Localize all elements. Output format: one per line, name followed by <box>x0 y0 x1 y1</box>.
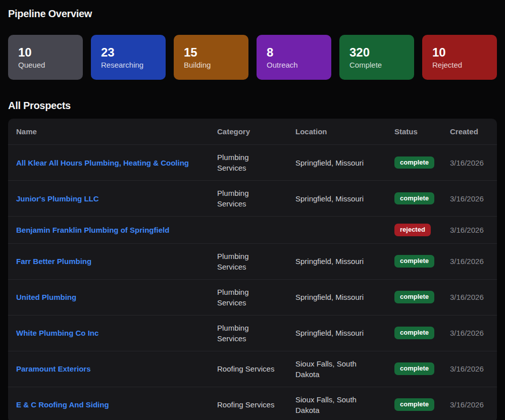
created-cell: 3/16/2026 <box>442 279 497 315</box>
location-cell: Sioux Falls, South Dakota <box>287 387 386 420</box>
prospects-tbody: All Klear All Hours Plumbing, Heating & … <box>8 145 497 420</box>
created-cell: 3/16/2026 <box>442 243 497 279</box>
status-cell: complete <box>386 243 442 279</box>
stat-card-rejected: 10Rejected <box>422 35 497 80</box>
created-cell: 3/16/2026 <box>442 315 497 351</box>
created-cell: 3/16/2026 <box>442 351 497 387</box>
status-badge: complete <box>394 192 434 205</box>
table-row: All Klear All Hours Plumbing, Heating & … <box>8 145 497 181</box>
name-cell: Junior's Plumbing LLC <box>8 181 209 217</box>
prospect-link[interactable]: All Klear All Hours Plumbing, Heating & … <box>16 159 189 167</box>
category-cell: Plumbing Services <box>209 181 287 217</box>
name-cell: Benjamin Franklin Plumbing of Springfiel… <box>8 217 209 244</box>
category-cell <box>209 217 287 244</box>
location-cell <box>287 217 386 244</box>
stat-card-queued: 10Queued <box>8 35 83 80</box>
column-header-location: Location <box>287 119 386 145</box>
prospect-link[interactable]: Farr Better Plumbing <box>16 257 91 266</box>
created-cell: 3/16/2026 <box>442 217 497 244</box>
column-header-created: Created <box>442 119 497 145</box>
category-cell: Roofing Services <box>209 387 287 420</box>
stat-card-outreach: 8Outreach <box>257 35 331 80</box>
category-cell: Plumbing Services <box>209 279 287 315</box>
location-cell: Springfield, Missouri <box>287 181 386 217</box>
page-title: Pipeline Overview <box>8 8 497 20</box>
pipeline-dashboard: Pipeline Overview 10Queued23Researching1… <box>8 8 497 420</box>
location-cell: Springfield, Missouri <box>287 243 386 279</box>
status-cell: complete <box>386 387 442 420</box>
column-header-category: Category <box>209 119 287 145</box>
table-row: White Plumbing Co IncPlumbing ServicesSp… <box>8 315 497 351</box>
column-header-status: Status <box>386 119 442 145</box>
prospects-table: Name Category Location Status Created Al… <box>8 119 497 420</box>
stat-label: Outreach <box>267 61 321 69</box>
status-badge: complete <box>394 362 434 375</box>
stat-value: 320 <box>349 45 404 60</box>
stat-value: 10 <box>432 45 487 60</box>
stat-value: 23 <box>101 45 156 60</box>
created-cell: 3/16/2026 <box>442 145 497 181</box>
category-cell: Plumbing Services <box>209 315 287 351</box>
prospect-link[interactable]: White Plumbing Co Inc <box>16 329 98 337</box>
location-cell: Springfield, Missouri <box>287 145 386 181</box>
column-header-name: Name <box>8 119 209 145</box>
table-row: Farr Better PlumbingPlumbing ServicesSpr… <box>8 243 497 279</box>
created-cell: 3/16/2026 <box>442 387 497 420</box>
stat-value: 8 <box>267 45 321 60</box>
table-row: E & C Roofing And SidingRoofing Services… <box>8 387 497 420</box>
status-cell: complete <box>386 145 442 181</box>
stat-card-building: 15Building <box>174 35 248 80</box>
location-cell: Springfield, Missouri <box>287 315 386 351</box>
location-cell: Sioux Falls, South Dakota <box>287 351 386 387</box>
status-badge: complete <box>394 156 434 169</box>
status-badge: complete <box>394 398 434 411</box>
prospect-link[interactable]: Junior's Plumbing LLC <box>16 194 99 203</box>
name-cell: All Klear All Hours Plumbing, Heating & … <box>8 145 209 181</box>
stat-card-complete: 320Complete <box>339 35 414 80</box>
status-badge: complete <box>394 327 434 339</box>
stat-label: Queued <box>18 61 73 69</box>
category-cell: Plumbing Services <box>209 243 287 279</box>
status-cell: complete <box>386 279 442 315</box>
prospect-link[interactable]: E & C Roofing And Siding <box>16 400 109 409</box>
stat-value: 10 <box>18 45 73 60</box>
table-row: Paramount ExteriorsRoofing ServicesSioux… <box>8 351 497 387</box>
created-cell: 3/16/2026 <box>442 181 497 217</box>
table-row: Benjamin Franklin Plumbing of Springfiel… <box>8 217 497 244</box>
prospect-link[interactable]: Paramount Exteriors <box>16 364 91 373</box>
status-cell: complete <box>386 315 442 351</box>
status-badge: rejected <box>394 224 431 236</box>
status-cell: complete <box>386 181 442 217</box>
stat-card-researching: 23Researching <box>91 35 166 80</box>
category-cell: Plumbing Services <box>209 145 287 181</box>
status-badge: complete <box>394 291 434 303</box>
table-row: United PlumbingPlumbing ServicesSpringfi… <box>8 279 497 315</box>
location-cell: Springfield, Missouri <box>287 279 386 315</box>
stat-label: Complete <box>349 61 404 69</box>
name-cell: E & C Roofing And Siding <box>8 387 209 420</box>
name-cell: Farr Better Plumbing <box>8 243 209 279</box>
category-cell: Roofing Services <box>209 351 287 387</box>
stat-value: 15 <box>184 45 238 60</box>
stat-label: Building <box>184 61 238 69</box>
stats-row: 10Queued23Researching15Building8Outreach… <box>8 35 497 80</box>
name-cell: Paramount Exteriors <box>8 351 209 387</box>
table-header-row: Name Category Location Status Created <box>8 119 497 145</box>
status-cell: complete <box>386 351 442 387</box>
prospect-link[interactable]: United Plumbing <box>16 293 76 301</box>
status-cell: rejected <box>386 217 442 244</box>
stat-label: Rejected <box>432 61 487 69</box>
prospect-link[interactable]: Benjamin Franklin Plumbing of Springfiel… <box>16 226 169 234</box>
table-row: Junior's Plumbing LLCPlumbing ServicesSp… <box>8 181 497 217</box>
prospects-title: All Prospects <box>8 100 497 112</box>
name-cell: United Plumbing <box>8 279 209 315</box>
status-badge: complete <box>394 255 434 268</box>
name-cell: White Plumbing Co Inc <box>8 315 209 351</box>
stat-label: Researching <box>101 61 156 69</box>
